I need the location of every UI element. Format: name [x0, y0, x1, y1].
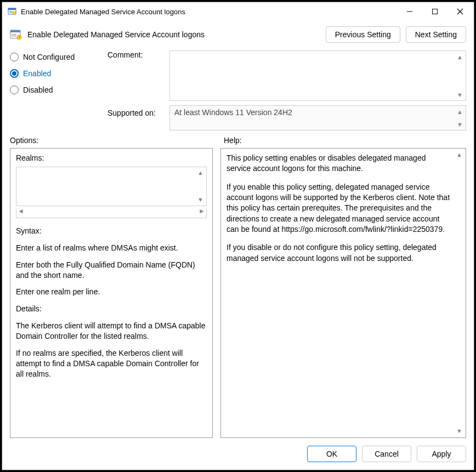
options-panel: Realms: ▲ ▼ ◄ ► Syntax: Enter a list of … [10, 148, 213, 438]
section-labels: Options: Help: [2, 136, 474, 148]
svg-rect-6 [433, 9, 438, 14]
svg-rect-2 [9, 11, 13, 12]
radio-disabled[interactable]: Disabled [10, 86, 103, 94]
svg-point-4 [13, 12, 16, 15]
svg-line-8 [457, 9, 463, 14]
scroll-up-icon[interactable]: ▲ [455, 150, 464, 160]
svg-rect-12 [12, 36, 16, 36]
syntax-text: Enter both the Fully Qualified Domain Na… [16, 260, 207, 281]
radio-icon [10, 69, 19, 78]
scroll-up-icon[interactable]: ▲ [455, 107, 464, 116]
scroll-up-icon[interactable]: ▲ [455, 52, 464, 61]
window-title: Enable Delegated Managed Service Account… [21, 8, 397, 16]
scroll-right-icon[interactable]: ► [199, 207, 205, 215]
scroll-down-icon[interactable]: ▼ [196, 195, 205, 204]
page-title: Enable Delegated Managed Service Account… [27, 30, 326, 39]
syntax-text: Enter a list of realms where DMSAs might… [16, 243, 207, 253]
main-panels: Realms: ▲ ▼ ◄ ► Syntax: Enter a list of … [2, 148, 474, 438]
realms-hscroll[interactable]: ◄ ► [16, 208, 207, 218]
radio-enabled[interactable]: Enabled [10, 69, 103, 78]
svg-rect-3 [9, 12, 13, 13]
maximize-button[interactable] [422, 3, 447, 20]
scroll-down-icon[interactable]: ▼ [455, 426, 464, 436]
scroll-left-icon[interactable]: ◄ [18, 207, 24, 215]
supported-on-value: At least Windows 11 Version 24H2 [174, 108, 292, 117]
svg-rect-11 [12, 34, 16, 35]
comment-textarea[interactable]: ▲ ▼ [169, 50, 466, 101]
details-text: The Kerberos client will attempt to find… [16, 321, 207, 342]
radio-icon [10, 53, 19, 61]
app-icon [8, 7, 16, 16]
nav-buttons: Previous Setting Next Setting [326, 26, 466, 43]
realms-textarea[interactable]: ▲ ▼ [16, 167, 207, 206]
radio-not-configured[interactable]: Not Configured [10, 53, 103, 61]
cancel-button[interactable]: Cancel [362, 446, 411, 462]
policy-icon [10, 29, 22, 41]
dialog-window: Enable Delegated Managed Service Account… [2, 2, 474, 470]
svg-line-7 [457, 9, 463, 14]
scroll-down-icon[interactable]: ▼ [455, 120, 464, 129]
close-button[interactable] [447, 3, 473, 20]
supported-on-field: At least Windows 11 Version 24H2 ▲ ▼ [169, 105, 466, 130]
next-setting-button[interactable]: Next Setting [406, 26, 466, 43]
previous-setting-button[interactable]: Previous Setting [326, 26, 400, 43]
ok-button[interactable]: OK [307, 446, 356, 462]
syntax-text: Enter one realm per line. [16, 287, 207, 297]
svg-rect-1 [8, 8, 16, 10]
field-labels: Comment: Supported on: [107, 50, 165, 130]
minimize-button[interactable] [397, 3, 422, 20]
supported-on-label: Supported on: [107, 105, 165, 117]
radio-label: Disabled [23, 86, 53, 94]
realms-label: Realms: [16, 153, 207, 163]
details-heading: Details: [16, 304, 207, 314]
state-radio-group: Not Configured Enabled Disabled [10, 50, 103, 130]
scroll-up-icon[interactable]: ▲ [196, 168, 205, 178]
scroll-down-icon[interactable]: ▼ [455, 90, 464, 99]
header-row: Enable Delegated Managed Service Account… [2, 21, 474, 50]
options-label: Options: [10, 136, 213, 145]
radio-label: Enabled [23, 69, 51, 78]
syntax-heading: Syntax: [16, 226, 207, 236]
radio-label: Not Configured [23, 53, 75, 61]
comment-label: Comment: [107, 50, 165, 105]
titlebar: Enable Delegated Managed Service Account… [2, 2, 474, 21]
config-area: Not Configured Enabled Disabled Comment:… [2, 50, 474, 136]
svg-rect-10 [10, 30, 20, 32]
window-buttons [397, 2, 473, 21]
field-values: ▲ ▼ At least Windows 11 Version 24H2 ▲ ▼ [169, 50, 466, 130]
apply-button[interactable]: Apply [417, 446, 466, 462]
help-panel: ▲ This policy setting enables or disable… [220, 148, 466, 438]
dialog-footer: OK Cancel Apply [2, 438, 474, 470]
help-text: If you disable or do not configure this … [226, 242, 451, 264]
help-text: This policy setting enables or disables … [226, 153, 451, 174]
radio-icon [10, 86, 19, 94]
help-text: If you enable this policy setting, deleg… [226, 182, 451, 235]
help-label: Help: [224, 136, 466, 145]
details-text: If no realms are specified, the Kerberos… [16, 348, 207, 379]
